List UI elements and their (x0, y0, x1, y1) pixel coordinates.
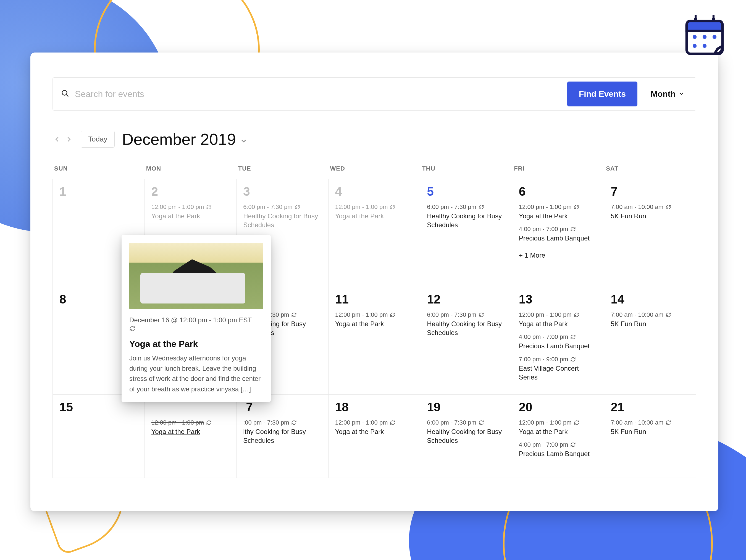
event-thumbnail (129, 243, 263, 309)
event-tooltip-title: Yoga at the Park (129, 339, 263, 349)
svg-point-5 (693, 35, 696, 39)
recurring-icon (291, 420, 297, 425)
event-time: 6:00 pm - 7:30 pm (427, 311, 505, 318)
day-cell[interactable]: 196:00 pm - 7:30 pm Healthy Cooking for … (420, 395, 512, 478)
event-item[interactable]: 7:00 am - 10:00 am 5K Fun Run (611, 419, 689, 436)
event-item[interactable]: 12:00 pm - 1:00 pm Yoga at the Park (335, 203, 413, 221)
event-item[interactable]: 6:00 pm - 7:30 pm Healthy Cooking for Bu… (427, 203, 505, 230)
event-title: Precious Lamb Banquet (519, 342, 597, 351)
svg-point-7 (713, 35, 716, 39)
day-cell[interactable]: 15 (53, 395, 145, 478)
today-button[interactable]: Today (81, 131, 115, 148)
event-item[interactable]: 4:00 pm - 7:00 pm Precious Lamb Banquet (519, 226, 597, 243)
event-title: Precious Lamb Banquet (519, 234, 597, 243)
event-tooltip-meta: December 16 @ 12:00 pm - 1:00 pm EST (129, 316, 263, 324)
event-time: 4:00 pm - 7:00 pm (519, 441, 597, 448)
search-icon (61, 89, 69, 99)
event-item[interactable]: 6:00 pm - 7:30 pm Healthy Cooking for Bu… (427, 419, 505, 445)
day-cell[interactable]: 1312:00 pm - 1:00 pm Yoga at the Park4:0… (512, 287, 604, 395)
day-number: 15 (59, 400, 138, 414)
svg-point-6 (702, 35, 707, 39)
recurring-icon (479, 420, 484, 425)
recurring-icon (570, 226, 576, 232)
event-item[interactable]: 4:00 pm - 7:00 pm Precious Lamb Banquet (519, 333, 597, 351)
day-number: 14 (611, 292, 689, 306)
dow-label: WED (328, 165, 421, 179)
event-item[interactable]: 12:00 pm - 1:00 pm Yoga at the Park (335, 419, 413, 436)
month-label: December 2019 (122, 130, 236, 148)
day-cell[interactable]: 1812:00 pm - 1:00 pm Yoga at the Park (328, 395, 421, 478)
event-item[interactable]: 7:00 pm - 9:00 pm East Village Concert S… (519, 356, 597, 382)
day-number: 13 (519, 292, 597, 306)
recurring-icon (295, 204, 300, 210)
day-cell[interactable]: 412:00 pm - 1:00 pm Yoga at the Park (328, 179, 421, 287)
event-time: 6:00 pm - 7:30 pm (427, 419, 505, 426)
more-events-link[interactable]: + 1 More (519, 252, 597, 259)
month-selector[interactable]: December 2019 (122, 130, 248, 148)
day-number: 19 (427, 400, 505, 414)
recurring-icon (390, 420, 395, 425)
day-cell[interactable]: 77:00 am - 10:00 am 5K Fun Run (604, 179, 696, 287)
event-item[interactable]: 12:00 pm - 1:00 pm Yoga at the Park (151, 419, 230, 436)
event-time: 12:00 pm - 1:00 pm (519, 419, 597, 426)
event-item[interactable]: 12:00 pm - 1:00 pm Yoga at the Park (519, 419, 597, 436)
view-selector[interactable]: Month (643, 89, 689, 99)
event-item[interactable]: 7:00 am - 10:00 am 5K Fun Run (611, 203, 689, 221)
event-item[interactable]: 12:00 pm - 1:00 pm Yoga at the Park (151, 203, 230, 221)
calendar-logo-icon (680, 11, 729, 62)
dow-label: FRI (512, 165, 604, 179)
day-cell[interactable]: 217:00 am - 10:00 am 5K Fun Run (604, 395, 696, 478)
event-title: 5K Fun Run (611, 319, 689, 328)
event-item[interactable]: 6:00 pm - 7:30 pm Healthy Cooking for Bu… (243, 203, 322, 230)
day-cell[interactable]: 56:00 pm - 7:30 pm Healthy Cooking for B… (420, 179, 512, 287)
dow-label: SUN (53, 165, 144, 179)
event-title: Yoga at the Park (519, 212, 597, 221)
day-cell[interactable]: 612:00 pm - 1:00 pm Yoga at the Park4:00… (512, 179, 604, 287)
recurring-icon (390, 204, 395, 210)
event-item[interactable]: 4:00 pm - 7:00 pm Precious Lamb Banquet (519, 441, 597, 458)
event-tooltip-description: Join us Wednesday afternoons for yoga du… (129, 353, 263, 394)
day-cell[interactable]: 126:00 pm - 7:30 pm Healthy Cooking for … (420, 287, 512, 395)
day-cell[interactable]: 1112:00 pm - 1:00 pm Yoga at the Park (328, 287, 421, 395)
recurring-icon (570, 442, 576, 448)
recurring-icon (574, 204, 579, 210)
event-item[interactable]: 12:00 pm - 1:00 pm Yoga at the Park (519, 203, 597, 221)
view-label: Month (651, 89, 676, 99)
event-title: lthy Cooking for Busy Schedules (243, 427, 322, 445)
event-time: 7:00 am - 10:00 am (611, 203, 689, 211)
event-item[interactable]: 12:00 pm - 1:00 pm Yoga at the Park (519, 311, 597, 328)
event-time: 7:00 am - 10:00 am (611, 419, 689, 426)
event-title: Healthy Cooking for Busy Schedules (427, 319, 505, 337)
next-month-button[interactable] (64, 133, 74, 145)
day-number: 12 (427, 292, 505, 306)
recurring-icon (479, 312, 484, 317)
event-title: Yoga at the Park (335, 212, 413, 221)
event-time: :00 pm - 7:30 pm (243, 419, 322, 426)
event-title: Yoga at the Park (519, 427, 597, 436)
search-input[interactable] (75, 89, 562, 99)
event-time: 6:00 pm - 7:30 pm (243, 203, 322, 211)
dow-label: THU (420, 165, 512, 179)
event-title: Yoga at the Park (335, 427, 413, 436)
day-cell[interactable]: 7:00 pm - 7:30 pm lthy Cooking for Busy … (236, 395, 328, 478)
dow-label: MON (144, 165, 236, 179)
day-number: 11 (335, 292, 413, 306)
day-number: 21 (611, 400, 689, 414)
day-cell[interactable]: 147:00 am - 10:00 am 5K Fun Run (604, 287, 696, 395)
day-cell[interactable]: 2012:00 pm - 1:00 pm Yoga at the Park4:0… (512, 395, 604, 478)
day-cell[interactable]: 12:00 pm - 1:00 pm Yoga at the Park (145, 395, 237, 478)
event-item[interactable]: 12:00 pm - 1:00 pm Yoga at the Park (335, 311, 413, 328)
event-item[interactable]: 6:00 pm - 7:30 pm Healthy Cooking for Bu… (427, 311, 505, 337)
svg-point-8 (693, 44, 696, 48)
recurring-icon (291, 312, 297, 317)
svg-line-11 (66, 94, 68, 97)
dow-label: SAT (604, 165, 696, 179)
event-item[interactable]: 7:00 am - 10:00 am 5K Fun Run (611, 311, 689, 328)
recurring-icon (206, 204, 212, 210)
day-number: 1 (59, 185, 138, 198)
prev-month-button[interactable] (53, 133, 62, 145)
find-events-button[interactable]: Find Events (567, 82, 637, 106)
day-number: 6 (519, 185, 597, 198)
event-item[interactable]: :00 pm - 7:30 pm lthy Cooking for Busy S… (243, 419, 322, 445)
event-title: Yoga at the Park (335, 319, 413, 328)
